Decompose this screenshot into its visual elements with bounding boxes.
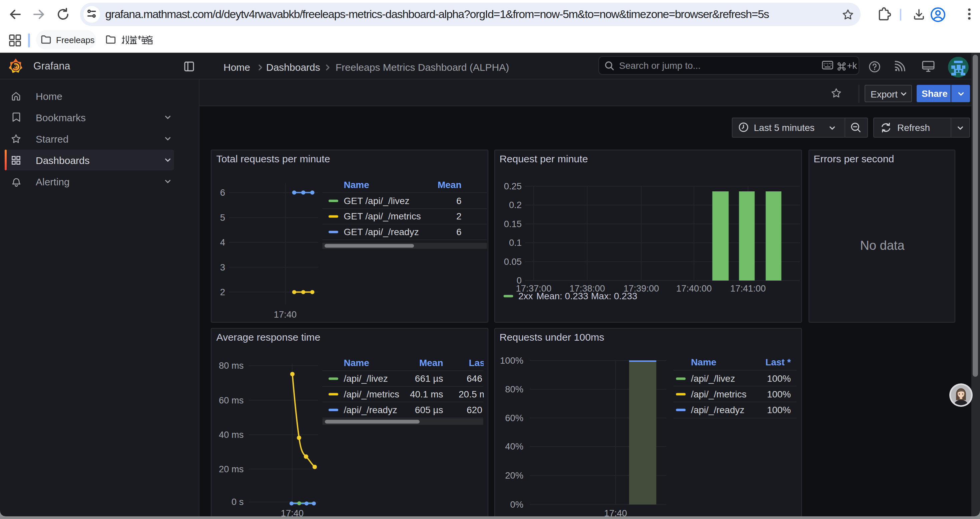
svg-text:3: 3 xyxy=(220,262,225,272)
svg-text:661 µs: 661 µs xyxy=(415,373,443,383)
svg-text:2xx: 2xx xyxy=(519,291,533,301)
svg-text:0.25: 0.25 xyxy=(504,181,521,191)
svg-text:Name: Name xyxy=(344,179,369,190)
svg-text:/api/_/metrics: /api/_/metrics xyxy=(691,389,746,399)
svg-text:GET /api/_/readyz: GET /api/_/readyz xyxy=(344,227,419,237)
svg-text:620: 620 xyxy=(467,404,483,415)
svg-text:20.5 ms: 20.5 ms xyxy=(459,389,484,399)
svg-text:0.15: 0.15 xyxy=(504,219,521,229)
svg-text:GET /api/_/metrics: GET /api/_/metrics xyxy=(344,211,421,221)
svg-text:100%: 100% xyxy=(767,373,791,383)
svg-text:Last *: Last * xyxy=(469,357,483,368)
svg-text:5: 5 xyxy=(220,212,225,222)
svg-text:/api/_/livez: /api/_/livez xyxy=(691,373,735,383)
svg-text:60 ms: 60 ms xyxy=(219,395,244,405)
svg-text:17:40: 17:40 xyxy=(274,309,297,319)
svg-text:0%: 0% xyxy=(510,499,523,509)
svg-text:/api/_/readyz: /api/_/readyz xyxy=(691,404,744,415)
svg-text:0.05: 0.05 xyxy=(504,256,521,267)
svg-text:Name: Name xyxy=(691,357,716,367)
svg-text:100%: 100% xyxy=(500,355,523,366)
svg-text:Mean: 0.233: Mean: 0.233 xyxy=(536,291,589,301)
svg-text:17:40:00: 17:40:00 xyxy=(676,283,712,293)
svg-text:2: 2 xyxy=(456,211,461,221)
svg-text:605 µs: 605 µs xyxy=(415,404,443,415)
svg-text:80%: 80% xyxy=(505,384,523,394)
svg-text:2: 2 xyxy=(220,287,225,297)
svg-text:0.2: 0.2 xyxy=(509,200,521,210)
svg-text:646: 646 xyxy=(467,373,483,383)
svg-text:/api/_/metrics: /api/_/metrics xyxy=(344,389,399,399)
svg-text:/api/_/livez: /api/_/livez xyxy=(344,373,388,383)
svg-text:60%: 60% xyxy=(505,412,523,423)
svg-text:40%: 40% xyxy=(505,441,523,451)
svg-text:40.1 ms: 40.1 ms xyxy=(410,389,443,399)
svg-text:20 ms: 20 ms xyxy=(219,463,244,474)
svg-text:4: 4 xyxy=(220,237,225,247)
svg-text:6: 6 xyxy=(456,195,461,206)
svg-text:0.1: 0.1 xyxy=(509,237,521,248)
svg-text:Name: Name xyxy=(344,357,369,368)
svg-text:Mean: Mean xyxy=(419,357,443,368)
svg-text:100%: 100% xyxy=(767,389,791,399)
svg-text:6: 6 xyxy=(220,187,225,197)
svg-text:/api/_/readyz: /api/_/readyz xyxy=(344,404,397,415)
svg-text:Mean: Mean xyxy=(438,179,461,190)
svg-text:Max: 0.233: Max: 0.233 xyxy=(591,291,638,301)
svg-text:20%: 20% xyxy=(505,470,523,480)
svg-text:40 ms: 40 ms xyxy=(219,429,244,439)
svg-text:GET /api/_/livez: GET /api/_/livez xyxy=(344,195,410,206)
svg-text:6: 6 xyxy=(456,227,461,237)
svg-text:80 ms: 80 ms xyxy=(219,360,244,370)
svg-text:Last *: Last * xyxy=(765,357,791,367)
svg-text:0 s: 0 s xyxy=(231,496,244,507)
svg-text:100%: 100% xyxy=(767,404,791,415)
svg-text:17:41:00: 17:41:00 xyxy=(730,283,766,293)
